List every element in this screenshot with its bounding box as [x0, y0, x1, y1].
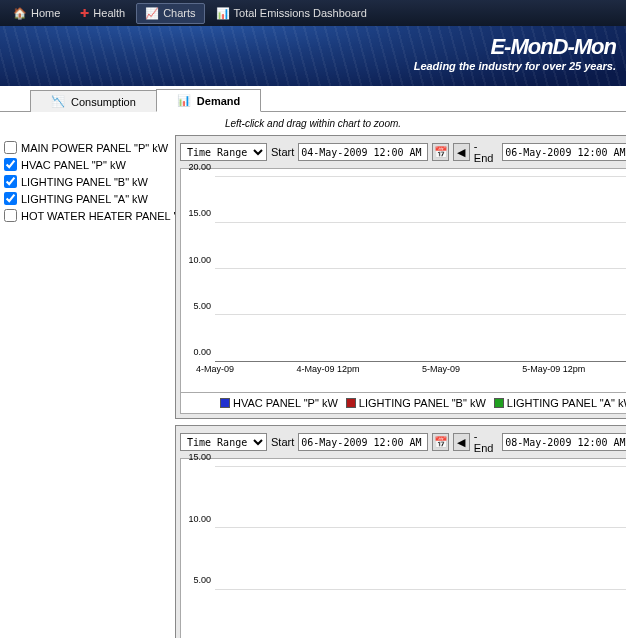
- tab-demand[interactable]: 📊Demand: [156, 89, 261, 112]
- series-checkbox-row: HOT WATER HEATER PANEL "A" kW: [4, 207, 171, 224]
- top-nav: 🏠Home ✚Health 📈Charts 📊Total Emissions D…: [0, 0, 626, 26]
- start-label: Start: [271, 146, 294, 158]
- legend: HVAC PANEL "P" kW LIGHTING PANEL "B" kW …: [180, 393, 626, 414]
- series-checkbox-row: HVAC PANEL "P" kW: [4, 156, 171, 173]
- calendar-icon[interactable]: 📅: [432, 143, 449, 161]
- series-checkbox[interactable]: [4, 209, 17, 222]
- tabs: 📉Consumption 📊Demand: [0, 88, 626, 112]
- series-checkbox-row: MAIN POWER PANEL "P" kW: [4, 139, 171, 156]
- series-label: LIGHTING PANEL "B" kW: [21, 176, 148, 188]
- series-selector: MAIN POWER PANEL "P" kWHVAC PANEL "P" kW…: [0, 135, 175, 638]
- time-range-select[interactable]: Time Range: [180, 433, 267, 451]
- bar-icon: 📊: [216, 7, 230, 20]
- calendar-icon[interactable]: 📅: [432, 433, 449, 451]
- series-checkbox[interactable]: [4, 158, 17, 171]
- series-checkbox-row: LIGHTING PANEL "A" kW: [4, 190, 171, 207]
- banner: E-MonD-Mon Leading the industry for over…: [0, 26, 626, 86]
- brand-logo: E-MonD-Mon: [414, 34, 616, 60]
- chart-panel-1: Time Range Start 📅 ◀ - End 📅 ▶ 0.005.001…: [175, 135, 626, 419]
- series-label: MAIN POWER PANEL "P" kW: [21, 142, 168, 154]
- time-range-select[interactable]: Time Range: [180, 143, 267, 161]
- nav-dashboard[interactable]: 📊Total Emissions Dashboard: [207, 3, 376, 24]
- series-label: HVAC PANEL "P" kW: [21, 159, 126, 171]
- tab-consumption[interactable]: 📉Consumption: [30, 90, 157, 112]
- step-back-button[interactable]: ◀: [453, 433, 470, 451]
- series-checkbox[interactable]: [4, 141, 17, 154]
- chart-toolbar: Time Range Start 📅 ◀ - End 📅 ▶: [180, 430, 626, 454]
- chart-toolbar: Time Range Start 📅 ◀ - End 📅 ▶: [180, 140, 626, 164]
- series-checkbox-row: LIGHTING PANEL "B" kW: [4, 173, 171, 190]
- brand-tagline: Leading the industry for over 25 years.: [414, 60, 616, 72]
- home-icon: 🏠: [13, 7, 27, 20]
- end-label: - End: [474, 430, 498, 454]
- nav-home[interactable]: 🏠Home: [4, 3, 69, 24]
- start-date-input[interactable]: [298, 433, 428, 451]
- end-label: - End: [474, 140, 498, 164]
- series-checkbox[interactable]: [4, 175, 17, 188]
- start-label: Start: [271, 436, 294, 448]
- plus-icon: ✚: [80, 7, 89, 20]
- chart-bar-icon: 📊: [177, 94, 191, 107]
- demand-chart-1[interactable]: 0.005.0010.0015.0020.004-May-094-May-09 …: [180, 168, 626, 393]
- chart-line-icon: 📉: [51, 95, 65, 108]
- end-date-input[interactable]: [502, 143, 626, 161]
- nav-health[interactable]: ✚Health: [71, 3, 134, 24]
- step-back-button[interactable]: ◀: [453, 143, 470, 161]
- end-date-input[interactable]: [502, 433, 626, 451]
- chart-panel-2: Time Range Start 📅 ◀ - End 📅 ▶ 0.005.001…: [175, 425, 626, 638]
- nav-charts[interactable]: 📈Charts: [136, 3, 204, 24]
- series-label: LIGHTING PANEL "A" kW: [21, 193, 148, 205]
- zoom-hint: Left-click and drag within chart to zoom…: [0, 112, 626, 135]
- chart-icon: 📈: [145, 7, 159, 20]
- series-checkbox[interactable]: [4, 192, 17, 205]
- start-date-input[interactable]: [298, 143, 428, 161]
- demand-chart-2[interactable]: 0.005.0010.0015.006-May-096-May-09 12pm7…: [180, 458, 626, 638]
